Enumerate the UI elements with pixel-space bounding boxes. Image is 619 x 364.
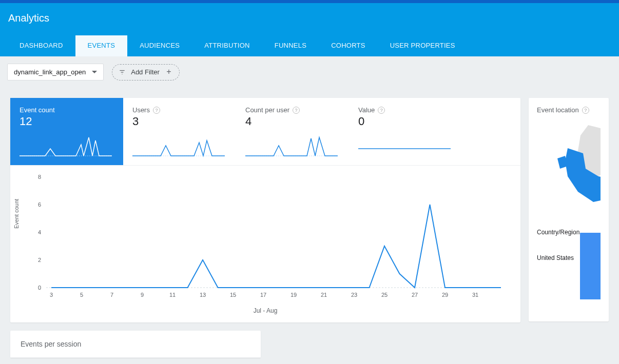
sparkline-users <box>132 133 225 158</box>
stat-users[interactable]: Users ? 3 <box>123 98 236 165</box>
svg-text:21: 21 <box>321 292 327 298</box>
chart-ylabel: Event count <box>13 199 20 229</box>
header: Analytics DASHBOARD EVENTS AUDIENCES ATT… <box>0 3 619 56</box>
filter-bar: dynamic_link_app_open Add Filter + <box>0 56 619 88</box>
plus-icon: + <box>165 68 173 76</box>
tab-attribution[interactable]: ATTRIBUTION <box>192 35 262 56</box>
help-icon[interactable]: ? <box>378 107 385 114</box>
help-icon[interactable]: ? <box>293 107 300 114</box>
events-per-session-card: Events per session <box>10 331 261 358</box>
main-card: Event count 12 Users ? 3 <box>10 98 520 322</box>
svg-text:11: 11 <box>169 292 176 298</box>
country-name: United States <box>537 254 574 261</box>
svg-text:4: 4 <box>38 229 41 235</box>
svg-text:13: 13 <box>200 292 206 298</box>
sparkline-event-count <box>20 133 112 158</box>
svg-text:2: 2 <box>38 257 41 263</box>
event-select-value: dynamic_link_app_open <box>14 68 86 76</box>
main-chart: Event count 0 2 4 6 8 3 5 7 9 11 <box>10 166 520 322</box>
svg-text:19: 19 <box>291 292 297 298</box>
svg-text:17: 17 <box>260 292 266 298</box>
svg-text:5: 5 <box>80 292 83 298</box>
tab-user-properties[interactable]: USER PROPERTIES <box>378 35 468 56</box>
events-per-session-title: Events per session <box>10 331 261 358</box>
tabs: DASHBOARD EVENTS AUDIENCES ATTRIBUTION F… <box>0 35 619 56</box>
svg-text:31: 31 <box>472 292 478 298</box>
stat-value[interactable]: Value ? 0 <box>349 98 462 165</box>
svg-text:8: 8 <box>38 174 41 180</box>
svg-text:6: 6 <box>38 201 41 208</box>
svg-text:3: 3 <box>50 292 53 298</box>
tab-dashboard[interactable]: DASHBOARD <box>7 35 75 56</box>
caret-down-icon <box>92 71 97 73</box>
tab-funnels[interactable]: FUNNELS <box>262 35 319 56</box>
tab-events[interactable]: EVENTS <box>75 35 128 56</box>
svg-text:23: 23 <box>351 292 357 298</box>
event-select[interactable]: dynamic_link_app_open <box>7 64 104 80</box>
svg-text:27: 27 <box>412 292 418 298</box>
stat-row: Event count 12 Users ? 3 <box>10 98 520 166</box>
event-location-card: Event location ? Country/Region United S… <box>529 98 609 321</box>
stat-event-count[interactable]: Event count 12 <box>10 98 123 165</box>
map-area <box>537 120 601 212</box>
svg-text:25: 25 <box>381 292 388 298</box>
chart-svg: 0 2 4 6 8 3 5 7 9 11 13 15 17 19 <box>18 170 506 303</box>
svg-text:9: 9 <box>141 292 144 298</box>
add-filter-label: Add Filter <box>131 68 160 76</box>
tab-audiences[interactable]: AUDIENCES <box>127 35 192 56</box>
tab-cohorts[interactable]: COHORTS <box>319 35 378 56</box>
world-map-icon <box>537 120 601 212</box>
help-icon[interactable]: ? <box>582 107 589 114</box>
country-bar <box>580 233 601 299</box>
svg-text:15: 15 <box>230 292 236 298</box>
add-filter-button[interactable]: Add Filter + <box>112 64 180 80</box>
chart-xlabel: Jul - Aug <box>18 307 512 314</box>
stat-count-per-user[interactable]: Count per user ? 4 <box>236 98 349 165</box>
sparkline-count-per-user <box>245 133 338 158</box>
filter-icon <box>119 69 126 76</box>
svg-text:29: 29 <box>442 292 448 298</box>
svg-text:0: 0 <box>38 285 41 291</box>
svg-text:7: 7 <box>110 292 113 298</box>
sparkline-value <box>358 133 451 158</box>
help-icon[interactable]: ? <box>153 107 160 114</box>
event-location-title: Event location ? <box>537 106 601 114</box>
page-title: Analytics <box>0 3 619 35</box>
content: Event count 12 Users ? 3 <box>0 88 619 322</box>
